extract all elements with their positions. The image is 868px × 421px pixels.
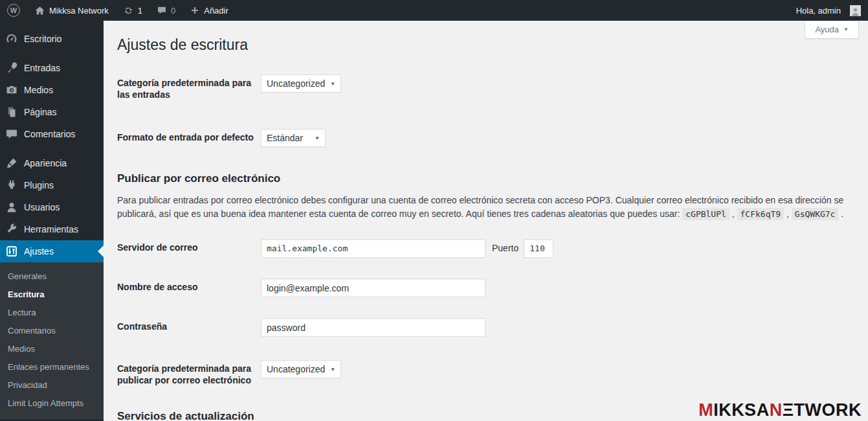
mail-category-row: Categoría predeterminada para publicar p… [117, 360, 852, 386]
default-format-value: Estándar [267, 133, 303, 143]
site-name: Mikksa Network [49, 6, 109, 16]
pages-icon [5, 106, 18, 119]
mail-section-title: Publicar por correo electrónico [117, 172, 852, 186]
default-category-row: Categoría predeterminada para las entrad… [117, 74, 852, 100]
updates-icon [123, 5, 134, 16]
comments-count: 0 [171, 6, 175, 16]
chevron-down-icon: ▼ [330, 367, 335, 372]
sidebar-item-tools[interactable]: Herramientas [0, 218, 104, 240]
sidebar-item-plugins[interactable]: Plugins [0, 174, 104, 196]
add-new-menu[interactable]: Añadir [183, 0, 236, 21]
settings-submenu: Generales Escritura Lectura Comentarios … [0, 262, 104, 419]
sidebar-item-label: Herramientas [24, 224, 78, 234]
active-menu-notch [98, 245, 104, 257]
updates-menu[interactable]: 1 [116, 0, 150, 21]
sidebar-item-appearance[interactable]: Apariencia [0, 152, 104, 174]
chevron-down-icon: ▼ [315, 135, 320, 141]
sidebar-item-posts[interactable]: Entradas [0, 57, 104, 79]
mail-password-input[interactable] [261, 318, 485, 337]
page-title: Ajustes de escritura [117, 36, 852, 54]
mail-password-label: Contraseña [117, 318, 261, 332]
submenu-item-permalinks[interactable]: Enlaces permanentes [0, 358, 104, 376]
media-icon [5, 84, 18, 97]
default-category-value: Uncategorized [267, 78, 325, 89]
logo-part-m: M [698, 400, 713, 420]
submenu-item-privacy[interactable]: Privacidad [0, 376, 104, 394]
sidebar-item-label: Apariencia [24, 158, 67, 168]
pin-icon [5, 62, 18, 74]
plugin-icon [5, 179, 18, 192]
dashboard-icon [5, 32, 18, 45]
submenu-item-discussion[interactable]: Comentarios [0, 322, 104, 340]
sidebar-item-label: Usuarios [24, 202, 60, 212]
logo-part-etwork: ΞTWORK [783, 400, 862, 420]
user-icon [5, 201, 18, 214]
sidebar-item-label: Plugins [24, 180, 54, 190]
default-category-label: Categoría predeterminada para las entrad… [117, 74, 261, 100]
sidebar-item-label: Comentarios [24, 129, 75, 139]
submenu-item-writing[interactable]: Escritura [0, 286, 104, 304]
mail-server-input[interactable] [261, 239, 485, 258]
submenu-item-media[interactable]: Medios [0, 340, 104, 358]
sidebar-item-label: Entradas [24, 63, 60, 73]
random-string-3: GsQWKG7c [792, 208, 839, 220]
person-icon [851, 6, 860, 16]
separator: , [786, 209, 789, 219]
admin-bar: W Mikksa Network 1 0 Añadir Hola, admin [0, 0, 868, 21]
account-menu[interactable]: Hola, admin [789, 0, 868, 21]
sidebar-item-media[interactable]: Medios [0, 79, 104, 101]
comments-icon [5, 128, 18, 141]
submenu-item-general[interactable]: Generales [0, 267, 104, 286]
default-format-label: Formato de entrada por defecto [117, 129, 261, 143]
add-new-label: Añadir [204, 6, 228, 16]
sidebar-item-pages[interactable]: Páginas [0, 101, 104, 123]
sidebar-item-users[interactable]: Usuarios [0, 196, 104, 218]
help-label: Ayuda [815, 25, 839, 34]
mail-login-label: Nombre de acceso [117, 279, 261, 293]
home-icon [34, 5, 45, 16]
wordpress-logo-icon: W [7, 4, 20, 17]
default-category-select[interactable]: Uncategorized ▼ [261, 74, 341, 93]
submenu-item-limit-login[interactable]: Limit Login Attempts [0, 394, 104, 413]
sidebar-item-label: Páginas [24, 107, 57, 117]
logo-part-ikksa: IKKSA [713, 400, 770, 420]
brush-icon [5, 157, 18, 170]
settings-writing-page: Ayuda ▼ Ajustes de escritura Categoría p… [104, 21, 868, 421]
sidebar-item-label: Ajustes [24, 246, 54, 256]
sidebar-item-dashboard[interactable]: Escritorio [0, 28, 104, 50]
mail-category-value: Uncategorized [267, 364, 325, 374]
submenu-item-reading[interactable]: Lectura [0, 304, 104, 322]
wrench-icon [5, 223, 18, 236]
settings-sliders-icon [5, 245, 18, 258]
mail-server-label: Servidor de correo [117, 239, 261, 253]
mail-password-row: Contraseña [117, 318, 852, 337]
mail-category-label: Categoría predeterminada para publicar p… [117, 360, 261, 386]
default-format-row: Formato de entrada por defecto Estándar … [117, 129, 852, 147]
comments-bubble-icon [157, 5, 167, 16]
chevron-down-icon: ▼ [330, 81, 335, 87]
mail-port-input[interactable] [524, 239, 553, 258]
mail-category-select[interactable]: Uncategorized ▼ [261, 360, 341, 378]
mikksa-network-logo: MIKKSANΞTWORK [698, 400, 862, 420]
random-string-2: fCFk6qT9 [737, 208, 785, 220]
sidebar-item-label: Medios [24, 85, 53, 95]
comments-menu[interactable]: 0 [150, 0, 183, 21]
default-format-select[interactable]: Estándar ▼ [261, 129, 326, 147]
plus-icon [190, 5, 200, 16]
mail-port-label: Puerto [492, 239, 518, 253]
random-string-1: cGPBlUPl [682, 208, 729, 220]
mail-section-description: Para publicar entradas por correo electr… [117, 194, 852, 221]
period: . [841, 209, 843, 219]
mail-login-input[interactable] [261, 279, 485, 297]
logo-part-n: N [770, 400, 783, 420]
wordpress-logo-menu[interactable]: W [0, 0, 27, 21]
sidebar-item-settings[interactable]: Ajustes [0, 240, 104, 262]
sidebar-item-comments[interactable]: Comentarios [0, 123, 104, 145]
separator: , [732, 209, 735, 219]
admin-sidebar: Escritorio Entradas Medios Páginas Comen… [0, 21, 104, 421]
help-button[interactable]: Ayuda ▼ [805, 21, 859, 39]
mail-server-row: Servidor de correo Puerto [117, 239, 852, 258]
site-name-menu[interactable]: Mikksa Network [27, 0, 116, 21]
mail-description-text: Para publicar entradas por correo electr… [117, 195, 843, 219]
mail-login-row: Nombre de acceso [117, 279, 852, 297]
